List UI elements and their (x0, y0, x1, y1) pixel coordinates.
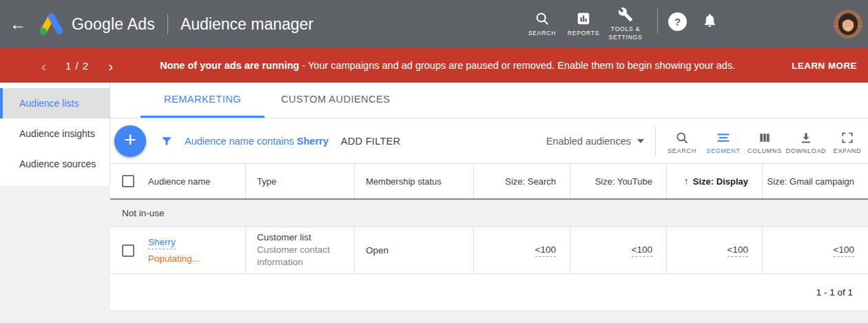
expand-label: EXPAND (834, 147, 862, 154)
appbar-tools-settings-button[interactable]: TOOLS & SETTINGS (604, 7, 647, 41)
cell-size-gmail-campaign: <100 (762, 227, 868, 273)
google-ads-audience-manager-screen: ← Google Ads Audience manager SEARCH (0, 0, 868, 323)
learn-more-link[interactable]: LEARN MORE (792, 61, 868, 71)
appbar-reports-label: REPORTS (568, 30, 600, 37)
column-header-audience-name[interactable]: Audience name (110, 164, 245, 198)
column-header-membership-status[interactable]: Membership status (354, 164, 473, 198)
type-detail: Customer contact information (257, 244, 344, 269)
expand-icon (840, 131, 854, 145)
app-bar-right: SEARCH REPORTS TOOLS & SETTINGS ? (521, 7, 868, 41)
size-display-header-label: Size: Display (693, 176, 748, 187)
download-label: DOWNLOAD (786, 147, 827, 154)
tab-custom-audiences[interactable]: CUSTOM AUDIENCES (265, 83, 406, 118)
cell-size-search: <100 (473, 227, 570, 273)
column-header-size-gmail-campaign[interactable]: Size: Gmail campaign (762, 164, 868, 198)
wrench-icon (618, 7, 633, 22)
appbar-tools-settings-label: TOOLS & SETTINGS (604, 25, 647, 41)
filter-funnel-icon[interactable] (160, 134, 174, 148)
cell-membership-status: Open (354, 227, 473, 273)
expand-button[interactable]: EXPAND (827, 128, 868, 154)
google-ads-logo-icon[interactable] (36, 11, 65, 37)
filter-prefix: Audience name contains (185, 136, 294, 147)
alert-next-icon[interactable]: › (105, 59, 116, 73)
alert-pager: 1 / 2 (65, 60, 89, 72)
type-stack: Customer list Customer contact informati… (257, 232, 344, 269)
column-header-size-youtube[interactable]: Size: YouTube (570, 164, 666, 198)
size-gmail-campaign-value: <100 (834, 244, 854, 257)
product-name: Google Ads (72, 15, 155, 34)
table-search-button[interactable]: SEARCH (661, 128, 703, 154)
columns-label: COLUMNS (747, 147, 782, 154)
select-all-checkbox[interactable] (122, 175, 134, 187)
active-filter-chip[interactable]: Audience name contains Sherry (185, 136, 329, 147)
populating-status: Populating... (148, 253, 200, 264)
toolbar: + Audience name contains Sherry ADD FILT… (110, 118, 868, 164)
sidebar-item-audience-insights[interactable]: Audience insights (0, 118, 110, 149)
alert-message-bold: None of your ads are running (160, 60, 299, 71)
reports-icon (576, 11, 591, 26)
sort-ascending-icon: ↑ (684, 176, 689, 187)
type-value: Customer list (257, 232, 344, 242)
appbar-search-button[interactable]: SEARCH (521, 11, 563, 37)
sidebar: Audience lists Audience insights Audienc… (0, 83, 110, 186)
toolbar-right: Enabled audiences SEARCH SEGMENT (546, 126, 868, 156)
funnel-svg (160, 134, 174, 148)
table-row: Sherry Populating... Customer list Custo… (110, 227, 868, 274)
cell-size-display: <100 (666, 227, 762, 273)
appbar-divider (657, 9, 658, 34)
download-button[interactable]: DOWNLOAD (785, 128, 827, 154)
segment-button[interactable]: SEGMENT (703, 128, 744, 154)
app-bar: ← Google Ads Audience manager SEARCH (0, 0, 868, 48)
group-row-not-in-use: Not in-use (110, 200, 868, 227)
search-icon (675, 131, 689, 145)
download-icon (799, 131, 813, 145)
sidebar-item-audience-sources[interactable]: Audience sources (0, 149, 110, 179)
bell-svg (702, 12, 718, 28)
tab-bar: REMARKETING CUSTOM AUDIENCES (110, 83, 868, 118)
back-button[interactable]: ← (0, 14, 36, 34)
audience-view-dropdown[interactable]: Enabled audiences (546, 136, 644, 147)
tab-remarketing[interactable]: REMARKETING (141, 83, 265, 118)
filter-value: Sherry (297, 136, 329, 147)
audience-name-header-label: Audience name (148, 176, 210, 187)
pagination-text: 1 - 1 of 1 (816, 287, 853, 298)
add-filter-button[interactable]: ADD FILTER (341, 136, 401, 147)
google-ads-logo-svg (36, 11, 65, 37)
alert-bar: ‹ 1 / 2 › None of your ads are running -… (0, 48, 868, 83)
add-audience-button[interactable]: + (114, 125, 146, 157)
sidebar-item-audience-lists[interactable]: Audience lists (0, 88, 110, 118)
audience-name-stack: Sherry Populating... (148, 237, 200, 264)
table-search-label: SEARCH (668, 147, 696, 154)
help-icon[interactable]: ? (668, 12, 687, 31)
column-header-size-search[interactable]: Size: Search (473, 164, 570, 198)
cell-size-youtube: <100 (570, 227, 666, 273)
size-display-value: <100 (727, 244, 748, 257)
avatar-image (834, 10, 862, 39)
segment-icon (716, 131, 730, 145)
size-search-value: <100 (535, 244, 556, 257)
notifications-bell-icon[interactable] (702, 12, 718, 31)
row-checkbox[interactable] (122, 244, 134, 257)
view-dropdown-value: Enabled audiences (546, 136, 631, 147)
segment-label: SEGMENT (706, 147, 740, 154)
table-header-row: Audience name Type Membership status Siz… (110, 164, 868, 200)
page-title: Audience manager (180, 15, 313, 34)
search-icon (535, 11, 550, 26)
appbar-reports-button[interactable]: REPORTS (563, 11, 604, 37)
audience-name-link[interactable]: Sherry (148, 237, 176, 249)
chevron-down-icon (637, 139, 644, 143)
alert-prev-icon[interactable]: ‹ (39, 59, 49, 73)
toolbar-divider (655, 126, 656, 156)
column-header-type[interactable]: Type (245, 164, 354, 198)
appbar-search-label: SEARCH (528, 30, 556, 37)
table-footer: 1 - 1 of 1 (110, 274, 868, 311)
column-header-size-display[interactable]: ↑ Size: Display (666, 164, 762, 198)
user-avatar[interactable] (834, 10, 862, 39)
columns-button[interactable]: COLUMNS (744, 128, 785, 154)
title-divider (167, 14, 168, 34)
columns-icon (758, 131, 772, 145)
alert-message-rest: - Your campaigns and ad groups are pause… (302, 60, 735, 71)
cell-type: Customer list Customer contact informati… (245, 227, 354, 273)
main-content: REMARKETING CUSTOM AUDIENCES + Audience … (110, 83, 868, 311)
cell-audience-name: Sherry Populating... (110, 227, 245, 273)
